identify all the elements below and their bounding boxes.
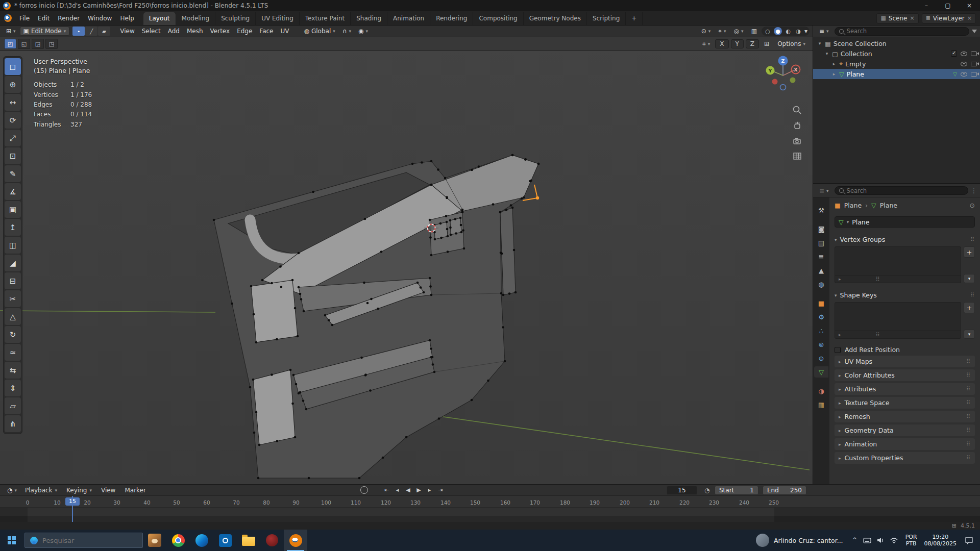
tab-render[interactable]: ◙ xyxy=(814,223,828,235)
menu-playback[interactable]: Playback▾ xyxy=(21,486,61,495)
scene-unlink-icon[interactable]: × xyxy=(910,15,914,21)
tab-geometry-nodes[interactable]: Geometry Nodes xyxy=(524,12,587,25)
correct-face-attributes-icon[interactable]: ⊞ xyxy=(761,40,772,48)
disable-render-icon[interactable] xyxy=(971,52,977,56)
shading-rendered-button[interactable]: ◑ xyxy=(794,27,802,35)
taskbar-search[interactable] xyxy=(24,533,143,548)
datablock-name-field[interactable]: ▽ ▾ Plane xyxy=(835,216,975,228)
navigation-gizmo[interactable]: Z Y X xyxy=(761,54,805,97)
right-edge-face[interactable] xyxy=(500,208,516,295)
hide-viewport-icon[interactable] xyxy=(961,62,967,66)
gizmo-neg-z-axis[interactable] xyxy=(780,85,786,90)
outlook-app-button[interactable] xyxy=(213,530,237,551)
bevel-tool[interactable]: ◢ xyxy=(5,255,21,271)
tab-texture-paint[interactable]: Texture Paint xyxy=(300,12,351,25)
tab-shading[interactable]: Shading xyxy=(351,12,387,25)
menu-help[interactable]: Help xyxy=(116,13,138,24)
xray-toggle[interactable]: ▥ xyxy=(748,27,760,35)
file-explorer-button[interactable] xyxy=(237,530,260,551)
clock-widget[interactable]: 19:20 08/08/2025 xyxy=(921,534,960,547)
add-workspace-button[interactable]: + xyxy=(626,12,643,25)
properties-search-input[interactable] xyxy=(847,187,964,194)
mid-pocket-left-face[interactable] xyxy=(251,280,298,342)
lower-pocket-left-face[interactable] xyxy=(253,370,295,445)
menu-keying[interactable]: Keying▾ xyxy=(62,486,96,495)
mesh-canvas[interactable] xyxy=(0,51,813,484)
tab-layout[interactable]: Layout xyxy=(143,12,176,25)
outliner-row-empty[interactable]: ▸ ⌖ Empty xyxy=(813,59,980,69)
close-button[interactable]: × xyxy=(959,0,980,11)
shear-tool[interactable]: ▱ xyxy=(5,397,21,414)
section-remesh[interactable]: ▸ Remesh ⠿ xyxy=(835,411,975,422)
camera-view-button[interactable] xyxy=(791,135,804,148)
maximize-button[interactable]: ▢ xyxy=(937,0,959,11)
tab-scripting[interactable]: Scripting xyxy=(587,12,626,25)
news-widget[interactable]: Arlindo Cruz: cantor... xyxy=(751,530,848,551)
collection-checkbox[interactable] xyxy=(951,51,957,57)
rip-region-tool[interactable]: ⋔ xyxy=(5,415,21,432)
viewport-3d[interactable]: User Perspective (15) Plane | Plane Obje… xyxy=(0,51,813,484)
chevron-down-icon[interactable]: ▾ xyxy=(847,219,849,224)
shading-material-button[interactable]: ◐ xyxy=(784,27,792,35)
jump-to-start-button[interactable]: ⇤ xyxy=(382,486,391,494)
chevron-down-icon[interactable]: ▾ xyxy=(804,28,807,35)
section-geometry-data[interactable]: ▸ Geometry Data ⠿ xyxy=(835,424,975,436)
tab-scene[interactable]: ▲ xyxy=(814,265,828,276)
vertex-groups-section-header[interactable]: ▾ Vertex Groups ⠿ xyxy=(835,236,975,243)
smooth-tool[interactable]: ≈ xyxy=(5,344,21,361)
tab-material[interactable]: ◑ xyxy=(814,385,828,396)
hide-viewport-icon[interactable] xyxy=(961,52,967,56)
zoom-view-button[interactable] xyxy=(791,104,804,117)
blender-menu-icon[interactable] xyxy=(4,14,12,22)
menu-select[interactable]: Select xyxy=(138,26,164,36)
add-rest-position-checkbox[interactable] xyxy=(835,347,841,353)
menu-edge[interactable]: Edge xyxy=(233,26,256,36)
edge-select-button[interactable]: ╱ xyxy=(85,27,97,36)
vertex-groups-list[interactable]: ▸ ⠿ xyxy=(835,246,961,283)
measure-tool[interactable]: ∡ xyxy=(5,183,21,200)
tab-modeling[interactable]: Modeling xyxy=(176,12,216,25)
taskbar-search-input[interactable] xyxy=(42,537,137,544)
options-menu-icon[interactable]: ⋮ xyxy=(971,187,977,194)
minimize-button[interactable]: – xyxy=(916,0,937,11)
visibility-dropdown[interactable]: ⊙ ▾ xyxy=(698,27,714,35)
properties-editor-type-button[interactable]: ≡ ▾ xyxy=(816,187,832,195)
gizmo-neg-y-axis[interactable] xyxy=(790,78,796,83)
menu-window[interactable]: Window xyxy=(84,13,116,24)
outliner-row-scene-collection[interactable]: ▾ ▦ Scene Collection xyxy=(813,38,980,48)
breadcrumb-data[interactable]: Plane xyxy=(880,202,897,209)
snap-widget-dropdown[interactable]: ⌗ ▾ xyxy=(699,40,713,48)
vertex-select-button[interactable]: ∙ xyxy=(72,27,85,36)
outliner-search-input[interactable] xyxy=(847,28,965,35)
chrome-app-button[interactable] xyxy=(166,530,190,551)
shape-keys-section-header[interactable]: ▾ Shape Keys ⠿ xyxy=(835,291,975,299)
tab-animation[interactable]: Animation xyxy=(387,12,430,25)
knife-tool[interactable]: ✂ xyxy=(5,290,21,307)
outliner-row-plane[interactable]: ▸ ▽ Plane ▽ xyxy=(813,69,980,79)
datablock-name[interactable]: Plane xyxy=(852,218,869,226)
menu-face[interactable]: Face xyxy=(256,26,277,36)
section-uv-maps[interactable]: ▸ UV Maps ⠿ xyxy=(835,356,975,367)
gizmos-dropdown[interactable]: ⌖ ▾ xyxy=(715,27,729,35)
options-dropdown[interactable]: Options ▾ xyxy=(774,40,808,48)
properties-search[interactable] xyxy=(835,186,968,195)
proportional-editing-toggle[interactable]: ◉ ▾ xyxy=(355,27,371,35)
auto-keying-toggle[interactable] xyxy=(360,486,368,494)
expander-icon[interactable]: ▾ xyxy=(817,41,822,46)
tab-view-layer[interactable]: ≣ xyxy=(814,251,828,262)
menu-render[interactable]: Render xyxy=(54,13,84,24)
photos-app-button[interactable] xyxy=(143,530,166,551)
tab-physics[interactable]: ⊚ xyxy=(814,339,828,350)
tab-object-data[interactable]: ▽ xyxy=(814,366,828,378)
list-filter-expander-icon[interactable]: ▸ xyxy=(839,332,841,337)
breadcrumb-object[interactable]: Plane xyxy=(844,202,862,209)
section-texture-space[interactable]: ▸ Texture Space ⠿ xyxy=(835,397,975,409)
edge-slide-tool[interactable]: ⇆ xyxy=(5,362,21,379)
mode-dropdown[interactable]: ▣ Edit Mode ▾ xyxy=(20,27,70,36)
mirror-x-toggle[interactable]: X xyxy=(715,39,728,48)
move-tool[interactable]: ↔ xyxy=(5,94,21,111)
add-cube-tool[interactable]: ▣ xyxy=(5,201,21,218)
outliner-item-label[interactable]: Collection xyxy=(841,50,872,58)
add-shape-key-button[interactable]: + xyxy=(964,302,975,313)
viewlayer-unlink-icon[interactable]: × xyxy=(967,15,972,21)
